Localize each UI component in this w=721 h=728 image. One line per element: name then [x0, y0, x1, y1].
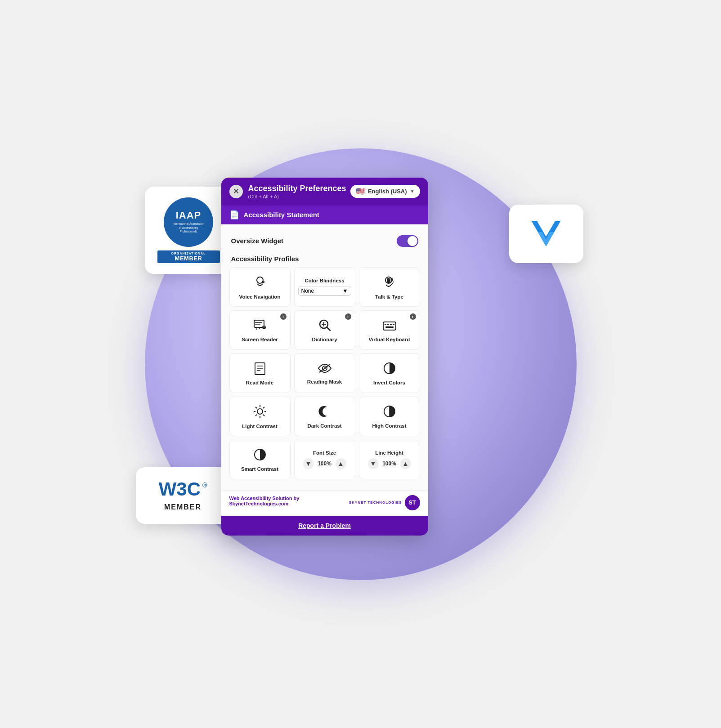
- color-blindness-label: Color Blindness: [305, 278, 344, 283]
- svg-point-24: [257, 409, 263, 414]
- w3c-text: W3C: [159, 480, 201, 499]
- dark-contrast-icon: [318, 405, 331, 420]
- smart-contrast-label: Smart Contrast: [241, 466, 278, 473]
- row3-grid: Read Mode Reading Mask: [229, 353, 420, 393]
- svg-rect-7: [254, 320, 264, 327]
- svg-rect-14: [393, 324, 394, 325]
- row5-grid: Smart Contrast Font Size ▼ 100% ▲ Line H…: [229, 440, 420, 479]
- line-height-stepper: ▼ 100% ▲: [368, 458, 411, 469]
- svg-rect-5: [387, 278, 390, 283]
- close-button[interactable]: ✕: [229, 185, 243, 198]
- svg-point-6: [391, 278, 393, 280]
- svg-line-30: [263, 415, 264, 416]
- color-blindness-chevron: ▼: [343, 288, 348, 294]
- svg-marker-1: [538, 232, 554, 246]
- dictionary-cell[interactable]: i Dictionary: [294, 310, 355, 350]
- dark-contrast-label: Dark Contrast: [307, 423, 341, 429]
- accessibility-statement-bar[interactable]: 📄 Accessibility Statement: [221, 205, 428, 224]
- svg-point-8: [262, 326, 266, 329]
- high-contrast-label: High Contrast: [372, 423, 406, 429]
- high-contrast-cell[interactable]: High Contrast: [359, 397, 420, 436]
- talk-type-cell[interactable]: Talk & Type: [359, 267, 420, 307]
- statement-icon: 📄: [229, 210, 239, 220]
- footer-text: Web Accessibility Solution by SkynetTech…: [229, 496, 300, 506]
- font-size-value: 100%: [317, 460, 333, 467]
- w3c-member-card: W3C ® MEMBER: [136, 467, 230, 524]
- talk-type-icon: [382, 275, 397, 291]
- iaap-org-badge: ORGANIZATIONAL MEMBER: [157, 250, 220, 263]
- talk-type-label: Talk & Type: [375, 294, 403, 300]
- oversize-widget-toggle[interactable]: [397, 235, 418, 247]
- v-badge-card: [509, 205, 583, 263]
- statement-text: Accessibility Statement: [244, 211, 319, 219]
- invert-colors-icon: [383, 362, 396, 377]
- close-icon: ✕: [233, 188, 239, 195]
- language-selector[interactable]: 🇺🇸 English (USA) ▼: [350, 185, 420, 198]
- scene: IAAP International Association of Access…: [113, 117, 608, 612]
- light-contrast-icon: [253, 404, 267, 420]
- screen-reader-info-icon: i: [280, 313, 287, 320]
- virtual-keyboard-cell[interactable]: i Virtual Keyboard: [359, 310, 420, 350]
- svg-line-31: [263, 407, 264, 408]
- line-height-label: Line Height: [375, 450, 403, 456]
- profiles-section-header: Accessibility Profiles: [229, 252, 420, 267]
- font-size-decrease-btn[interactable]: ▼: [303, 458, 314, 469]
- smart-contrast-cell[interactable]: Smart Contrast: [229, 440, 291, 479]
- panel-header-left: ✕ Accessibility Preferences (Ctrl + Alt …: [229, 184, 346, 199]
- line-height-decrease-btn[interactable]: ▼: [368, 458, 379, 469]
- reading-mask-label: Reading Mask: [307, 379, 342, 385]
- w3c-reg: ®: [202, 482, 207, 489]
- dark-contrast-cell[interactable]: Dark Contrast: [294, 397, 355, 436]
- reading-mask-cell[interactable]: Reading Mask: [294, 353, 355, 393]
- w3c-logo: W3C ®: [159, 480, 207, 499]
- voice-navigation-label: Voice Navigation: [239, 294, 281, 300]
- dictionary-label: Dictionary: [312, 336, 337, 343]
- line-height-value: 100%: [381, 460, 398, 467]
- color-blindness-value: None: [301, 288, 314, 294]
- read-mode-cell[interactable]: Read Mode: [229, 353, 291, 393]
- screen-reader-cell[interactable]: i Screen Reader: [229, 310, 291, 350]
- report-problem-button[interactable]: Report a Problem: [221, 516, 428, 536]
- svg-rect-11: [385, 324, 386, 325]
- reading-mask-icon: [318, 362, 332, 376]
- color-blindness-select[interactable]: None ▼: [298, 286, 351, 296]
- svg-rect-10: [383, 322, 396, 330]
- panel-header: ✕ Accessibility Preferences (Ctrl + Alt …: [221, 178, 428, 205]
- brand-label: SKYNET TECHNOLOGIES: [349, 500, 402, 505]
- row4-grid: Light Contrast Dark Contrast: [229, 397, 420, 436]
- font-size-cell: Font Size ▼ 100% ▲: [294, 440, 355, 479]
- iaap-badge-card: IAAP International Association of Access…: [145, 187, 233, 274]
- svg-rect-13: [390, 324, 392, 325]
- iaap-circle: IAAP International Association of Access…: [164, 197, 213, 247]
- panel-title: Accessibility Preferences: [248, 184, 346, 193]
- flag-icon: 🇺🇸: [356, 187, 365, 196]
- font-size-label: Font Size: [313, 450, 336, 456]
- dictionary-icon: [318, 318, 331, 334]
- smart-contrast-icon: [253, 448, 267, 463]
- voice-navigation-icon: [253, 275, 267, 291]
- panel-footer: Web Accessibility Solution by SkynetTech…: [221, 490, 428, 516]
- light-contrast-cell[interactable]: Light Contrast: [229, 397, 291, 436]
- virtual-keyboard-icon: [383, 318, 396, 334]
- line-height-increase-btn[interactable]: ▲: [400, 458, 411, 469]
- toggle-knob: [408, 236, 417, 246]
- read-mode-icon: [253, 362, 267, 377]
- line-height-cell: Line Height ▼ 100% ▲: [359, 440, 420, 479]
- invert-colors-cell[interactable]: Invert Colors: [359, 353, 420, 393]
- screen-reader-icon: [253, 318, 267, 334]
- font-size-stepper: ▼ 100% ▲: [303, 458, 346, 469]
- font-size-increase-btn[interactable]: ▲: [336, 458, 346, 469]
- row1-grid: Voice Navigation Color Blindness None ▼: [229, 267, 420, 307]
- svg-point-3: [262, 281, 264, 283]
- chevron-down-icon: ▼: [410, 189, 415, 194]
- svg-line-32: [255, 415, 257, 416]
- voice-navigation-cell[interactable]: Voice Navigation: [229, 267, 291, 307]
- footer-brand: SKYNET TECHNOLOGIES ST: [349, 495, 420, 510]
- svg-rect-15: [385, 326, 394, 328]
- color-blindness-cell: Color Blindness None ▼: [294, 267, 355, 307]
- panel-body: Oversize Widget Accessibility Profiles: [221, 224, 428, 490]
- iaap-subtitle: International Association of Accessibili…: [173, 222, 204, 233]
- w3c-member-label: MEMBER: [164, 503, 202, 511]
- panel-subtitle: (Ctrl + Alt + A): [248, 194, 346, 199]
- iaap-title: IAAP: [176, 210, 202, 221]
